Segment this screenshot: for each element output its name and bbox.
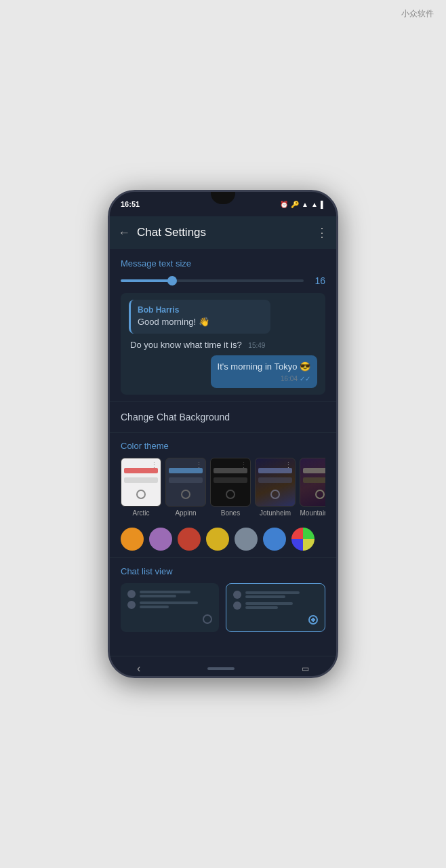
chat-list-row2 (127, 601, 212, 609)
status-icons: ⏰ 🔑 ▲ ▲ ▌ (280, 201, 325, 208)
menu-button[interactable]: ⋮ (316, 225, 328, 240)
avatar2 (127, 601, 136, 609)
theme-label-jotunheim: Jotunheim (255, 509, 296, 517)
color-circle-orange[interactable] (121, 528, 144, 551)
color-circle-yellow[interactable] (206, 528, 229, 551)
line4b (245, 606, 278, 609)
recents-icon[interactable]: ▭ (302, 664, 309, 673)
received-message2: Do you know what time it is? 15:49 (129, 339, 317, 355)
signal-icon: ▲ (311, 201, 318, 208)
page-title: Chat Settings (137, 226, 309, 239)
watermark: 小众软件 (401, 8, 434, 20)
chat-list-option-traditional[interactable] (121, 583, 219, 632)
chat-sender-name: Bob Harris (138, 305, 264, 315)
slider-track[interactable] (121, 279, 304, 282)
chat-list-row6 (233, 615, 318, 625)
theme-card-img-bones: ⋮ (210, 458, 251, 507)
theme-card-mountains[interactable]: ⋮ Mountain S... (300, 458, 325, 517)
line4a (245, 602, 293, 605)
theme-card-img-jotunheim: ⋮ (255, 458, 296, 507)
app-bar: ← Chat Settings ⋮ (110, 216, 336, 249)
line3b (245, 595, 285, 598)
color-theme-label: Color theme (121, 441, 325, 451)
theme-card-appinn[interactable]: ⋮ Appinn (165, 458, 206, 517)
theme-bar2-arctic (124, 477, 158, 483)
lines1 (140, 591, 212, 597)
theme-dot-jotunheim (270, 490, 280, 499)
lines2 (140, 601, 212, 608)
line2a (140, 601, 198, 604)
theme-card-bones[interactable]: ⋮ Bones (210, 458, 251, 517)
back-nav-icon[interactable]: ‹ (137, 663, 140, 675)
theme-label-bones: Bones (210, 509, 251, 517)
slider-value: 16 (310, 275, 325, 286)
color-circle-multi[interactable] (291, 528, 315, 551)
sent-text: It's morning in Tokyo 😎 (218, 361, 310, 373)
theme-bar1-bones (214, 468, 247, 473)
sent-message-row: It's morning in Tokyo 😎 16:04 ✓✓ (129, 355, 317, 387)
alarm-icon: ⏰ (280, 201, 288, 208)
chat-list-row5 (233, 601, 318, 610)
battery-icon: ▌ (321, 201, 325, 208)
sent-time-row: 16:04 ✓✓ (218, 375, 310, 382)
chat-list-row1 (127, 590, 212, 598)
theme-dot-appinn (181, 490, 190, 499)
chat-list-options-row (121, 583, 325, 632)
line2b (140, 606, 169, 608)
theme-label-mountains: Mountain S... (300, 509, 325, 517)
sent-time: 16:04 (281, 375, 298, 382)
theme-bar2-bones (214, 477, 247, 483)
lines3 (245, 591, 318, 598)
slider-thumb[interactable] (167, 276, 177, 285)
theme-bar2-appinn (169, 477, 203, 483)
avatar1 (127, 590, 136, 598)
avatar4 (233, 601, 241, 610)
sent-message: It's morning in Tokyo 😎 16:04 ✓✓ (211, 355, 317, 387)
theme-dot-arctic (136, 490, 146, 499)
sent-ticks: ✓✓ (300, 375, 310, 382)
theme-bar2-mountains (303, 477, 325, 483)
chat-list-row3 (127, 614, 212, 624)
message-text-size-label: Message text size (121, 258, 325, 269)
theme-card-arctic[interactable]: ⋮ Arctic (121, 458, 161, 517)
color-circle-blue[interactable] (263, 528, 286, 551)
theme-card-img-mountains: ⋮ (300, 458, 325, 507)
line1b (140, 595, 176, 597)
theme-bar1-appinn (169, 468, 203, 473)
bottom-bar: ‹ ▭ (110, 656, 336, 678)
lines4 (245, 602, 318, 609)
status-bar: 16:51 ⏰ 🔑 ▲ ▲ ▌ (110, 192, 336, 216)
theme-card-jotunheim[interactable]: ⋮ Jotunheim (255, 458, 296, 517)
message-text-size-section: Message text size 16 Bob Harris Good mor… (110, 249, 336, 401)
chat-list-row4 (233, 591, 318, 599)
avatar3 (233, 591, 241, 599)
color-circle-purple[interactable] (149, 528, 172, 551)
theme-label-arctic: Arctic (121, 509, 161, 517)
chat-received-text1: Good morning! 👋 (138, 316, 264, 328)
received-time: 15:49 (248, 342, 265, 349)
radio-traditional[interactable] (203, 614, 212, 624)
change-bg-button[interactable]: Change Chat Background (110, 402, 336, 432)
radio-twoline[interactable] (308, 615, 318, 625)
notch (211, 192, 235, 204)
key-icon: 🔑 (291, 201, 299, 208)
color-circle-red[interactable] (178, 528, 201, 551)
back-button[interactable]: ← (118, 226, 130, 240)
color-circle-gray[interactable] (235, 528, 258, 551)
theme-bar1-jotunheim (258, 468, 292, 473)
wifi-icon: ▲ (302, 201, 308, 208)
theme-card-img-appinn: ⋮ (165, 458, 206, 507)
content-area: Message text size 16 Bob Harris Good mor… (110, 249, 336, 656)
chat-list-view-label: Chat list view (121, 566, 325, 576)
home-pill[interactable] (207, 667, 235, 670)
theme-bar1-mountains (303, 468, 325, 473)
theme-dot-bones (226, 490, 235, 499)
theme-cards-row: ⋮ Arctic ⋮ Appinn (121, 458, 325, 519)
line3a (245, 591, 300, 594)
line1a (140, 591, 190, 593)
chat-preview: Bob Harris Good morning! 👋 Do you know w… (121, 293, 325, 395)
chat-list-option-twoline[interactable] (226, 583, 325, 632)
theme-dot-mountains (315, 490, 325, 499)
slider-row: 16 (121, 275, 325, 286)
theme-card-img-arctic: ⋮ (121, 458, 161, 507)
